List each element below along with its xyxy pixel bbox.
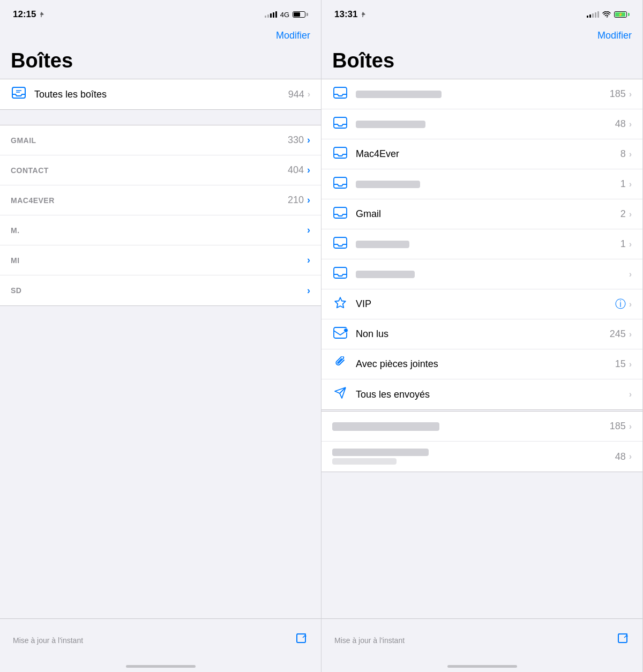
sd-item[interactable]: SD › [0,275,321,305]
right-mac4ever-icon [332,147,348,162]
svg-rect-1 [297,634,305,643]
compose-button[interactable] [295,632,308,648]
unread-count: 245 [610,328,626,340]
contact-chevron: › [307,165,310,176]
right-count-4: 1 [620,178,626,190]
left-time: 12:15 [13,9,44,20]
chevron-6: › [629,240,632,249]
right-signal-icon [587,11,599,18]
right-nav-bar: Modifier [322,24,642,47]
left-nav-bar: Modifier [0,24,321,47]
wifi-icon [602,11,611,18]
right-bottom-item-2[interactable]: 48 › [322,442,642,472]
mi-item[interactable]: MI › [0,245,321,275]
inbox-all-icon [11,86,27,102]
mac4ever-chevron: › [307,195,310,206]
right-bottom-bar: Mise à jour à l'instant [322,618,642,672]
redacted-label-2 [356,121,425,128]
right-inbox-icon-7 [332,267,348,282]
sent-label: Tous les envoyés [356,389,629,400]
svg-rect-10 [618,634,627,643]
vip-chevron: › [629,300,632,309]
contact-label: CONTACT [11,166,288,175]
battery-icon [293,11,308,18]
m-chevron: › [307,225,310,236]
vip-info-icon[interactable]: ⓘ [615,297,626,311]
contact-item[interactable]: CONTACT 404 › [0,155,321,185]
modifier-button[interactable]: Modifier [276,30,310,41]
right-bottom-count-2: 48 [615,451,626,462]
right-compose-button[interactable] [617,632,630,648]
right-inbox-icon-2 [332,117,348,132]
right-modifier-button[interactable]: Modifier [597,30,632,41]
left-page-title: Boîtes [0,47,321,79]
svg-rect-6 [334,207,347,218]
right-time: 13:31 [334,9,366,20]
right-inbox-icon-6 [332,237,348,252]
mac4ever-chevron-r: › [629,150,632,159]
right-sent-item[interactable]: Tous les envoyés › [322,379,642,409]
attachment-count: 15 [615,359,626,370]
sent-chevron: › [629,390,632,399]
vip-label: VIP [356,298,485,310]
mac4ever-item[interactable]: MAC4EVER 210 › [0,185,321,215]
right-bottom-item-1[interactable]: 185 › [322,412,642,442]
left-status-bar: 12:15 4G [0,0,321,24]
chevron-icon: › [308,89,310,99]
right-battery-icon: ⚡ [614,11,630,18]
left-bottom-bar: Mise à jour à l'instant [0,618,321,672]
right-bottom-redacted-1 [332,422,439,431]
right-gmail-item[interactable]: Gmail 2 › [322,199,642,229]
right-inbox-7[interactable]: › [322,259,642,289]
sd-label: SD [11,286,307,295]
right-bottom-count-1: 185 [610,421,626,432]
left-update-status: Mise à jour à l'instant [13,636,83,645]
svg-rect-4 [334,147,347,158]
right-mac4ever-item[interactable]: Mac4Ever 8 › [322,139,642,169]
mi-chevron: › [307,255,310,266]
right-count-2: 48 [615,118,626,130]
right-attachment-item[interactable]: Avec pièces jointes 15 › [322,349,642,379]
right-sent-icon [332,386,348,402]
right-vip-item[interactable]: VIP ⓘ › [322,289,642,319]
right-gmail-icon [332,207,348,222]
right-bottom-redacted-2b [332,458,397,465]
gmail-item[interactable]: GMAIL 330 › [0,125,321,155]
mac4ever-count: 210 [288,195,304,206]
right-inbox-2[interactable]: 48 › [322,109,642,139]
attachment-label: Avec pièces jointes [356,359,615,370]
right-count-1: 185 [610,88,626,100]
mac4ever-count-r: 8 [620,148,626,160]
redacted-label-7 [356,271,415,278]
network-label: 4G [280,11,289,19]
right-status-bar: 13:31 [322,0,642,24]
right-inbox-4[interactable]: 1 › [322,169,642,199]
right-location-icon [360,11,366,18]
right-bottom-chevron-2: › [629,452,632,461]
redacted-label-1 [356,91,442,98]
attachment-chevron: › [629,360,632,369]
right-bottom-chevron-1: › [629,422,632,431]
right-inbox-6[interactable]: 1 › [322,229,642,259]
right-page-title: Boîtes [322,47,642,79]
right-unread-icon [332,327,348,342]
right-unread-item[interactable]: Non lus 245 › [322,319,642,349]
right-vip-icon [332,296,348,312]
right-mailboxes-section: 185 › 48 › Mac4Ever 8 › [322,79,642,410]
right-count-6: 1 [620,238,626,250]
m-item[interactable]: M. › [0,215,321,245]
right-attachment-icon [332,356,348,372]
unread-label: Non lus [356,328,610,340]
left-panel: 12:15 4G [0,0,322,672]
right-inbox-1[interactable]: 185 › [322,79,642,109]
redacted-label-4 [356,181,420,188]
all-inboxes-section: Toutes les boîtes 944 › [0,79,321,110]
right-panel: 13:31 [322,0,643,672]
all-inboxes-item[interactable]: Toutes les boîtes 944 › [0,79,321,109]
right-update-status: Mise à jour à l'instant [334,636,405,645]
gmail-count: 330 [288,135,304,146]
right-inbox-icon-4 [332,177,348,192]
all-inboxes-count: 944 [288,89,304,100]
section-gap-1 [0,110,321,125]
time-text: 12:15 [13,9,36,20]
